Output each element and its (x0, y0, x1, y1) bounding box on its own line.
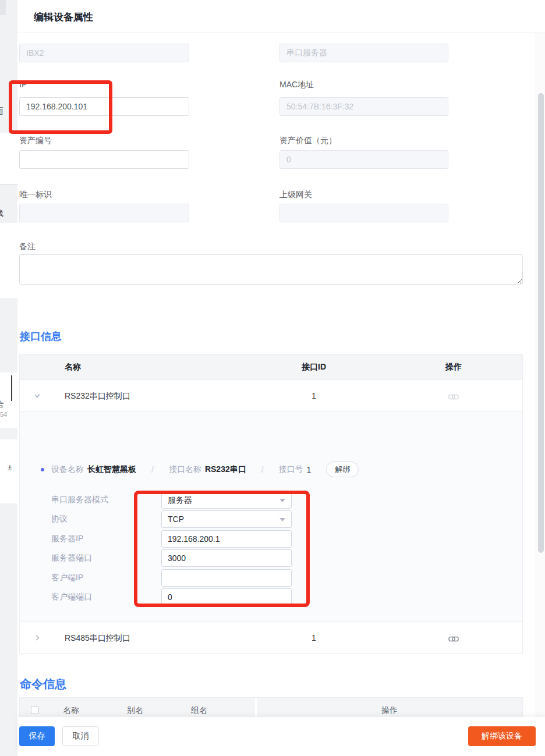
bg-divider (0, 184, 17, 184)
server-port-input[interactable] (161, 549, 292, 567)
gateway-label: 上级网关 (279, 190, 312, 200)
server-ip-input[interactable] (161, 530, 292, 548)
setting-row: 客户端端口 (51, 588, 292, 608)
chevron-right-icon[interactable] (34, 634, 41, 641)
setting-row: 服务器端口 (51, 549, 292, 569)
mac-input[interactable] (279, 97, 448, 116)
serial-mode-select[interactable]: 服务器 (161, 491, 292, 509)
remark-textarea[interactable] (19, 254, 523, 285)
table-row-rs485: RS485串口控制口 1 (20, 622, 522, 653)
dialog-scrollbar-track[interactable] (536, 33, 545, 717)
setting-row: 服务器IP (51, 529, 292, 549)
col-command-name: 名称 (63, 705, 79, 716)
col-command-alias: 别名 (127, 705, 143, 716)
asset-no-label: 资产编号 (19, 136, 52, 146)
client-port-input[interactable] (161, 588, 292, 606)
row-name: RS485串口控制口 (65, 633, 130, 644)
ip-input[interactable] (19, 97, 189, 116)
serial-settings-form: 串口服务器模式 服务器 协议 TCP 服务器IP (51, 490, 292, 607)
bound-port-value: 1 (307, 465, 312, 474)
unbind-device-button[interactable]: 解绑该设备 (468, 726, 536, 746)
mac-label: MAC地址 (279, 80, 314, 90)
dialog-header: 编辑设备属性 (17, 0, 545, 33)
bg-text-fragment: 54 (0, 411, 7, 418)
bound-iface-label: 接口名称 (169, 464, 201, 475)
bound-device-value: 长虹智慧黑板 (87, 464, 136, 475)
link-icon[interactable] (430, 392, 477, 403)
row-interface-id: 1 (285, 633, 343, 643)
interface-section-title: 接口信息 (20, 329, 62, 343)
protocol-value: TCP (168, 514, 184, 524)
chevron-down-icon[interactable] (34, 392, 41, 399)
unique-id-input[interactable] (19, 204, 189, 222)
bound-iface-value: RS232串口 (205, 464, 246, 475)
server-ip-label: 服务器IP (51, 534, 161, 544)
col-command-action: 操作 (257, 705, 522, 716)
col-interface-id: 接口ID (285, 362, 343, 372)
serial-mode-value: 服务器 (168, 495, 192, 506)
bullet-dot-icon (41, 468, 44, 471)
bg-white-band (0, 223, 17, 298)
asset-value-label: 资产价值（元） (279, 136, 337, 146)
col-name: 名称 (65, 362, 81, 372)
protocol-label: 协议 (51, 514, 161, 524)
ip-label: IP (19, 80, 27, 89)
client-ip-label: 客户端IP (51, 573, 161, 583)
save-button[interactable]: 保存 (19, 726, 55, 746)
bg-text-fragment: 线 (0, 208, 3, 219)
dialog-footer: 保存 取消 解绑该设备 (17, 717, 545, 756)
rs232-expanded-panel: 设备名称 长虹智慧黑板 / 接口名称 RS232串口 / 接口号 1 解绑 串口… (20, 411, 522, 622)
separator: / (151, 465, 154, 474)
unbind-button[interactable]: 解绑 (326, 462, 359, 477)
col-action: 操作 (430, 362, 477, 372)
protocol-select[interactable]: TCP (161, 510, 292, 528)
remark-label: 备注 (19, 242, 36, 252)
command-section-title: 命令信息 (20, 676, 66, 692)
serial-mode-label: 串口服务器模式 (51, 495, 161, 505)
gateway-input[interactable] (279, 204, 448, 222)
col-command-group: 组名 (191, 705, 207, 716)
separator: / (261, 465, 264, 474)
caret-down-icon (279, 518, 285, 521)
row-name: RS232串口控制口 (65, 391, 130, 402)
bg-line-fragment (11, 375, 12, 401)
select-all-checkbox[interactable] (31, 706, 39, 714)
bound-device-label: 设备名称 (51, 464, 84, 475)
row-interface-id: 1 (285, 391, 343, 400)
bg-text-fragment: 面 (0, 106, 3, 117)
table-row-rs232: RS232串口控制口 1 (20, 380, 522, 411)
link-icon[interactable] (430, 634, 477, 645)
bg-white-band (0, 133, 17, 184)
binding-info-row: 设备名称 长虹智慧黑板 / 接口名称 RS232串口 / 接口号 1 解绑 (41, 462, 359, 477)
bound-port-label: 接口号 (279, 464, 303, 475)
client-ip-input[interactable] (161, 569, 292, 587)
server-port-label: 服务器端口 (51, 553, 161, 563)
device-name-input[interactable] (19, 44, 189, 62)
device-type-input[interactable] (279, 44, 448, 62)
dialog-title: 编辑设备属性 (34, 10, 93, 24)
cancel-button[interactable]: 取消 (62, 726, 99, 746)
client-port-label: 客户端端口 (51, 592, 161, 602)
screen: 面 线 合 54 ± 编辑设备属性 IP MAC地址 资产编号 资产价值（元） … (0, 0, 545, 756)
dialog-scrollbar-thumb[interactable] (538, 93, 544, 553)
unique-id-label: 唯一标识 (19, 190, 52, 200)
asset-value-input[interactable] (279, 150, 448, 169)
bg-text-fragment: ± (8, 463, 12, 472)
setting-row: 客户端IP (51, 568, 292, 588)
asset-no-input[interactable] (19, 150, 189, 169)
setting-row: 协议 TCP (51, 510, 292, 530)
setting-row: 串口服务器模式 服务器 (51, 490, 292, 510)
background-page-sliver: 面 线 合 54 ± (0, 0, 17, 756)
bg-text-fragment: 合 (0, 399, 4, 410)
caret-down-icon (279, 499, 285, 502)
bg-corner-block (0, 0, 6, 15)
interface-table-header: 名称 接口ID 操作 (20, 354, 522, 380)
interface-table: 名称 接口ID 操作 RS232串口控制口 1 设备名称 长虹智慧黑板 / 接口… (19, 354, 523, 654)
